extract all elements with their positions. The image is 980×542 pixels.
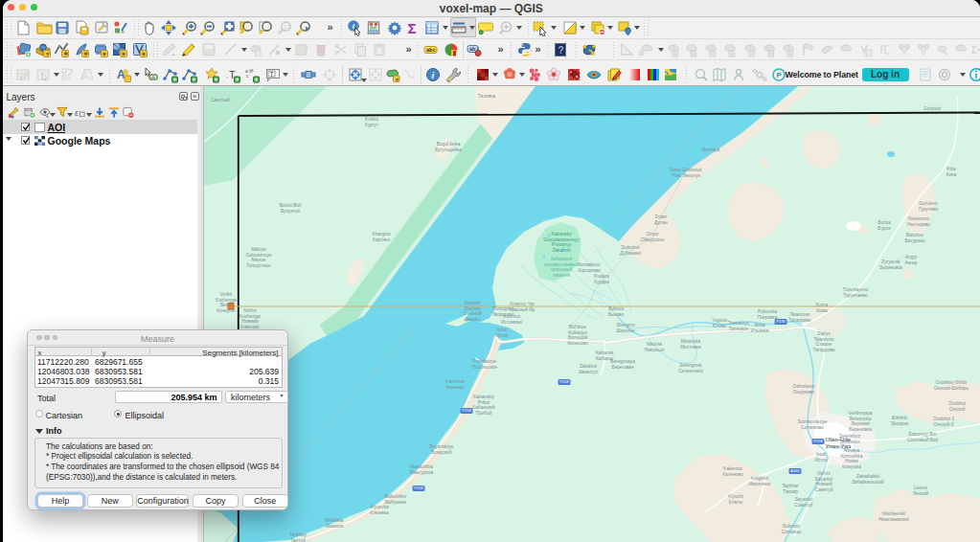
- svg-text:■: ■: [122, 51, 125, 56]
- svg-text:✱: ✱: [83, 51, 88, 56]
- svg-text:ε: ε: [74, 108, 79, 118]
- svg-text:★: ★: [395, 76, 399, 81]
- svg-text:ab: ab: [469, 46, 476, 52]
- svg-text:★: ★: [45, 51, 50, 56]
- svg-text:✱: ✱: [63, 51, 68, 56]
- svg-text:ε: ε: [68, 75, 71, 81]
- svg-text:Σ: Σ: [407, 19, 416, 35]
- svg-text:1:1: 1:1: [284, 24, 290, 29]
- svg-text:?: ?: [558, 45, 563, 56]
- svg-text:abc: abc: [426, 47, 435, 53]
- svg-text:T: T: [269, 70, 273, 77]
- svg-text:i: i: [431, 69, 434, 79]
- svg-text:ab: ab: [150, 75, 155, 79]
- svg-text:P: P: [776, 71, 782, 79]
- svg-text:■: ■: [142, 51, 145, 56]
- svg-text:■: ■: [103, 51, 105, 56]
- svg-text:.: .: [226, 72, 228, 79]
- svg-text:s: s: [251, 67, 254, 73]
